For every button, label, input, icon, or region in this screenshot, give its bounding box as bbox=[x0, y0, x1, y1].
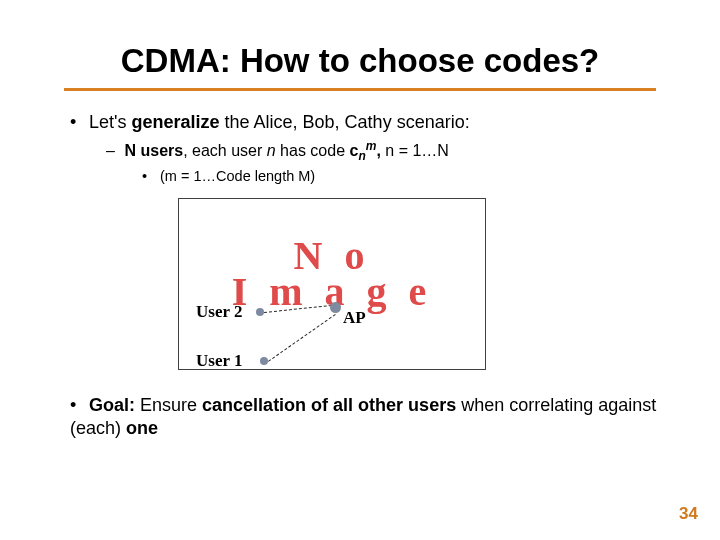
node-user1-icon bbox=[260, 357, 268, 365]
b2-text1: , each user bbox=[183, 142, 267, 159]
b2-text2: has code bbox=[276, 142, 350, 159]
bullet-dot-icon: • bbox=[142, 168, 156, 184]
b2-code: cnm, bbox=[350, 142, 381, 159]
diagram-area: N oI m a g e User 2 User 1 AP bbox=[178, 198, 486, 370]
b2-text3: n = 1…N bbox=[381, 142, 449, 159]
node-user2-icon bbox=[256, 308, 264, 316]
b2-bold1: N users bbox=[124, 142, 183, 159]
label-user1: User 1 bbox=[196, 351, 242, 371]
bullet-dot-icon: • bbox=[70, 112, 84, 133]
label-ap: AP bbox=[343, 308, 366, 328]
b1-text1: Let's bbox=[89, 112, 131, 132]
label-user2: User 2 bbox=[196, 302, 242, 322]
bullet-dot-icon: • bbox=[70, 394, 84, 417]
b2-ital1: n bbox=[267, 142, 276, 159]
bullet-l2: – N users, each user n has code cnm, n =… bbox=[106, 139, 660, 164]
slide: CDMA: How to choose codes? • Let's gener… bbox=[0, 0, 720, 540]
bullet-block: • Let's generalize the Alice, Bob, Cathy… bbox=[70, 112, 660, 188]
goal-bullet: • Goal: Ensure cancellation of all other… bbox=[70, 394, 670, 439]
b3-text: (m = 1…Code length M) bbox=[160, 168, 315, 184]
slide-number: 34 bbox=[679, 504, 698, 524]
goal-text1: Ensure bbox=[135, 395, 202, 415]
bullet-dash-icon: – bbox=[106, 142, 120, 160]
image-placeholder-text: N oI m a g e bbox=[232, 238, 433, 310]
goal-bold1: Goal: bbox=[89, 395, 135, 415]
title-underline bbox=[64, 88, 656, 91]
bullet-l1: • Let's generalize the Alice, Bob, Cathy… bbox=[70, 112, 660, 133]
node-ap-icon bbox=[330, 302, 341, 313]
goal-bold2: cancellation of all other users bbox=[202, 395, 456, 415]
b1-bold: generalize bbox=[131, 112, 219, 132]
bullet-l3: • (m = 1…Code length M) bbox=[142, 168, 660, 184]
b1-text2: the Alice, Bob, Cathy scenario: bbox=[220, 112, 470, 132]
slide-title: CDMA: How to choose codes? bbox=[0, 42, 720, 80]
goal-bold3: one bbox=[126, 418, 158, 438]
